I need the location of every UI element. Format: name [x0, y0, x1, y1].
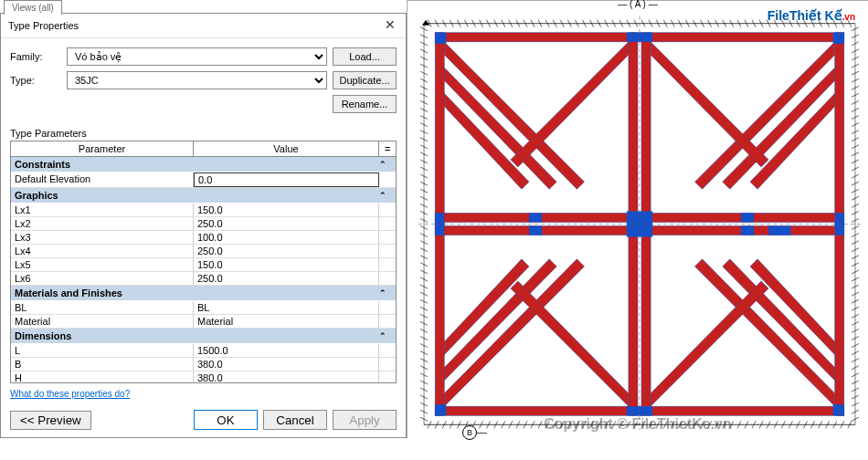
param-value[interactable]: BL: [194, 301, 379, 314]
param-row[interactable]: Lx2250.0: [11, 217, 396, 231]
param-row[interactable]: Default Elevation0.0: [11, 172, 396, 188]
column-parameter[interactable]: Parameter: [11, 141, 194, 156]
svg-marker-11: [444, 68, 556, 189]
param-value[interactable]: 380.0: [194, 371, 379, 383]
param-group[interactable]: Graphics⌃: [11, 188, 396, 204]
param-name: Lx5: [11, 258, 194, 271]
param-eq: [379, 301, 396, 314]
drawing-canvas-pane: — ( A ) —: [407, 0, 868, 438]
param-eq: [379, 315, 396, 328]
param-group[interactable]: Dimensions⌃: [11, 329, 396, 344]
param-group[interactable]: Constraints⌃: [11, 157, 396, 172]
duplicate-button[interactable]: Duplicate...: [333, 71, 397, 89]
param-row[interactable]: Lx3100.0: [11, 231, 396, 245]
param-eq: [379, 217, 396, 230]
param-eq: [379, 258, 396, 271]
collapse-icon[interactable]: ⌃: [379, 191, 392, 200]
param-name: Lx4: [11, 245, 194, 257]
param-row[interactable]: H380.0: [11, 371, 396, 383]
param-name: H: [11, 371, 194, 383]
svg-rect-38: [741, 226, 754, 235]
param-row[interactable]: MaterialMaterial: [11, 315, 396, 329]
grid-marker-b: B—: [462, 425, 487, 440]
copyright-watermark: Copyright © FileThietKe.vn: [544, 416, 732, 433]
param-name: B: [11, 358, 194, 371]
family-label: Family:: [10, 51, 61, 62]
param-value[interactable]: 1500.0: [194, 344, 379, 357]
apply-button: Apply: [333, 410, 397, 430]
svg-marker-20: [723, 259, 835, 381]
preview-button[interactable]: << Preview: [10, 411, 91, 430]
param-name: Default Elevation: [11, 172, 194, 187]
param-eq: [379, 245, 396, 257]
param-row[interactable]: Lx6250.0: [11, 272, 396, 286]
svg-rect-39: [768, 226, 790, 235]
param-eq: [379, 231, 396, 244]
type-select[interactable]: 35JC: [67, 71, 327, 89]
svg-rect-27: [833, 33, 844, 44]
type-properties-dialog: Type Properties ✕ Family: Vó bảo vệ Load…: [0, 13, 407, 438]
param-value[interactable]: 250.0: [194, 272, 379, 285]
svg-rect-29: [833, 404, 844, 415]
param-row[interactable]: L1500.0: [11, 344, 396, 358]
param-value[interactable]: 250.0: [194, 245, 379, 257]
svg-rect-37: [529, 226, 542, 235]
svg-marker-23: [651, 42, 768, 167]
svg-rect-26: [435, 33, 446, 44]
param-eq: [379, 344, 396, 357]
ok-button[interactable]: OK: [194, 410, 258, 430]
svg-rect-35: [529, 213, 542, 222]
views-tab[interactable]: Views (all): [4, 0, 62, 15]
type-label: Type:: [10, 75, 61, 86]
param-eq: [379, 358, 396, 371]
svg-rect-36: [741, 213, 754, 222]
svg-marker-24: [511, 281, 629, 406]
dialog-title: Type Properties: [8, 20, 79, 31]
svg-marker-14: [723, 68, 835, 189]
param-eq: [379, 272, 396, 285]
param-value[interactable]: 250.0: [194, 217, 379, 230]
svg-rect-28: [435, 404, 446, 415]
param-eq: [379, 172, 396, 187]
param-name: Lx1: [11, 204, 194, 216]
svg-marker-17: [444, 259, 556, 381]
collapse-icon[interactable]: ⌃: [379, 288, 392, 298]
drawing-canvas[interactable]: [418, 8, 861, 438]
param-eq: [379, 204, 396, 216]
param-value[interactable]: Material: [194, 315, 379, 328]
param-value[interactable]: 150.0: [194, 204, 379, 216]
load-button[interactable]: Load...: [333, 47, 397, 66]
help-link[interactable]: What do these properties do?: [10, 389, 397, 399]
param-group[interactable]: Materials and Finishes⌃: [11, 286, 396, 301]
param-value[interactable]: 380.0: [194, 358, 379, 371]
param-name: Material: [11, 315, 194, 328]
param-row[interactable]: Lx1150.0: [11, 204, 396, 217]
param-eq: [379, 371, 396, 383]
param-name: BL: [11, 301, 194, 314]
cancel-button[interactable]: Cancel: [263, 410, 327, 430]
param-row[interactable]: B380.0: [11, 358, 396, 371]
param-row[interactable]: Lx4250.0: [11, 245, 396, 258]
logo-watermark: FileThiết Kế.vn: [767, 8, 855, 23]
param-value[interactable]: 100.0: [194, 231, 379, 244]
column-value[interactable]: Value: [194, 141, 379, 156]
param-row[interactable]: BLBL: [11, 301, 396, 315]
column-eq[interactable]: =: [379, 141, 396, 156]
param-name: Lx6: [11, 272, 194, 285]
rename-button[interactable]: Rename...: [333, 95, 397, 113]
svg-marker-25: [651, 281, 768, 406]
param-value[interactable]: 0.0: [194, 172, 379, 187]
param-value[interactable]: 150.0: [194, 258, 379, 271]
family-select[interactable]: Vó bảo vệ: [67, 47, 327, 66]
svg-marker-22: [511, 42, 629, 167]
param-row[interactable]: Lx5150.0: [11, 258, 396, 272]
param-name: L: [11, 344, 194, 357]
param-name: Lx3: [11, 231, 194, 244]
collapse-icon[interactable]: ⌃: [379, 160, 392, 169]
params-table: Parameter Value = Constraints⌃Default El…: [10, 141, 397, 383]
drawing-svg: [418, 8, 861, 438]
collapse-icon[interactable]: ⌃: [379, 331, 392, 340]
param-name: Lx2: [11, 217, 194, 230]
type-parameters-label: Type Parameters: [10, 128, 397, 139]
close-icon[interactable]: ✕: [382, 17, 398, 34]
